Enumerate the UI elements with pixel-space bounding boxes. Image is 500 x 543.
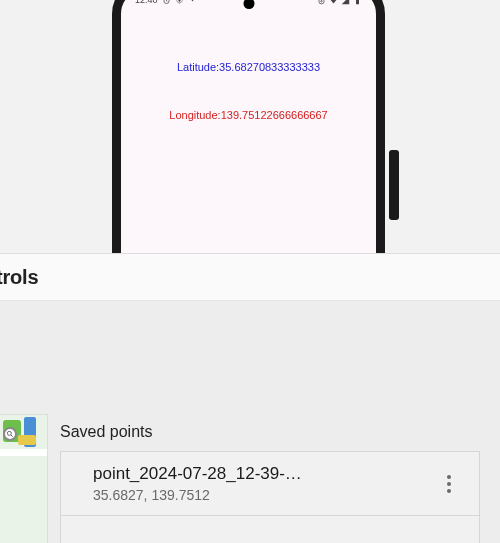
map-search-icon: [3, 427, 17, 441]
svg-point-3: [321, 0, 323, 2]
controls-panel: trols nyoji 神田明 Saved points point_2024-…: [0, 253, 500, 543]
wifi-icon: [329, 0, 338, 5]
row-menu-button[interactable]: [435, 470, 463, 498]
phone-app-content: Latitude:35.68270833333333 Longitude:139…: [121, 11, 376, 121]
saved-point-coords: 35.6827, 139.7512: [93, 487, 435, 503]
saved-point-row[interactable]: point_2024-07-28_12-39-… 35.6827, 139.75…: [61, 452, 479, 516]
svg-point-1: [178, 0, 180, 1]
latitude-readout: Latitude:35.68270833333333: [121, 61, 376, 73]
cellular-icon: [341, 0, 350, 5]
svg-rect-4: [356, 0, 359, 4]
location-status-icon: [317, 0, 326, 5]
status-time: 12:40: [135, 0, 158, 5]
saved-points-list: point_2024-07-28_12-39-… 35.6827, 139.75…: [60, 451, 480, 543]
settings-status-icon: [175, 0, 184, 5]
svg-point-2: [191, 0, 193, 1]
longitude-readout: Longitude:139.75122666666667: [121, 109, 376, 121]
saved-point-name: point_2024-07-28_12-39-…: [93, 464, 403, 484]
panel-title: trols: [0, 266, 38, 289]
saved-points-header: Saved points: [60, 423, 490, 441]
svg-point-6: [7, 431, 11, 435]
saved-point-row-empty: [61, 516, 479, 543]
alarm-icon: [162, 0, 171, 5]
dot-icon: [188, 0, 197, 5]
map-thumbnail[interactable]: nyoji 神田明: [0, 414, 48, 543]
phone-side-button: [389, 150, 399, 220]
battery-icon: [353, 0, 362, 5]
